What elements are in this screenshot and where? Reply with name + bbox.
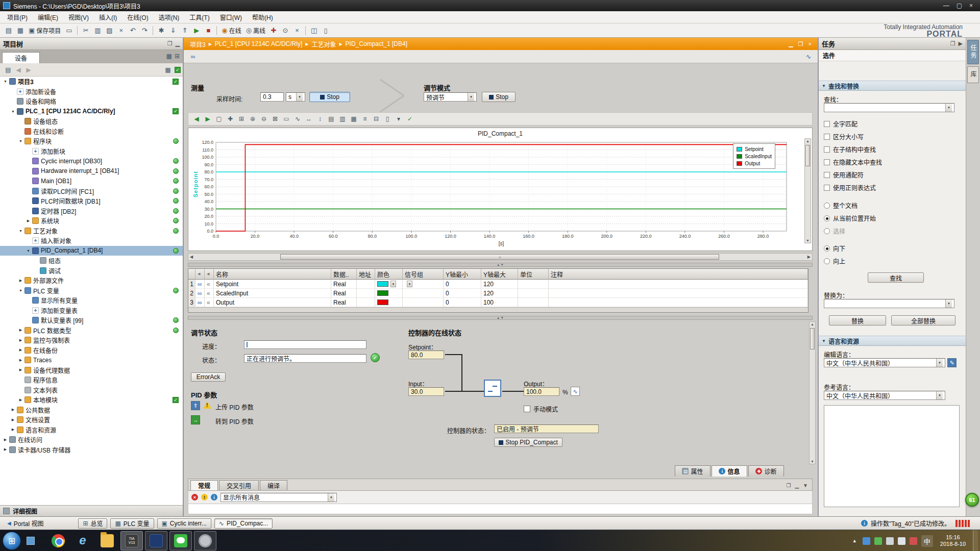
color-swatch[interactable] [377, 290, 388, 296]
split-vertical-icon[interactable]: ▯ [320, 25, 331, 36]
tree-item-26[interactable]: ▶监控与强制表 [0, 335, 183, 345]
select-icon[interactable]: ▢ [214, 114, 224, 124]
errors-filter-icon[interactable]: × [191, 494, 198, 500]
table-row[interactable]: 1∞«SetpointReal▼▼0120 [188, 280, 808, 289]
cell[interactable]: ▼ [403, 280, 444, 289]
cell[interactable] [549, 298, 808, 307]
tasks-collapse-icon[interactable]: ▶ [959, 40, 963, 47]
expand-icon[interactable]: ▾ [394, 114, 404, 124]
portal-task-cyclic[interactable]: ▣Cyclic interr... [157, 518, 211, 529]
form-vertical-scrollbar[interactable] [809, 321, 816, 464]
compile-icon[interactable]: ✱ [156, 25, 167, 36]
cell[interactable] [403, 289, 444, 298]
cell[interactable] [549, 280, 808, 289]
tree-grid-icon[interactable]: ▦ [166, 53, 172, 60]
open-project-icon[interactable]: ▦ [15, 25, 26, 36]
nav-back-icon[interactable]: ◀ [191, 114, 202, 124]
color-swatch[interactable] [377, 281, 388, 287]
expander-icon[interactable]: ▶ [17, 348, 24, 352]
tree-item-6[interactable]: ▼程序块 [0, 136, 183, 146]
checkbox-icon[interactable] [824, 159, 830, 165]
expander-icon[interactable]: ▼ [10, 110, 16, 113]
expander-icon[interactable]: ▶ [25, 219, 32, 223]
cell[interactable]: Output [214, 298, 331, 307]
tree-item-30[interactable]: 程序信息 [0, 375, 183, 385]
tray-flag-icon[interactable] [910, 537, 917, 545]
tree-item-5[interactable]: 在线和诊断 [0, 127, 183, 137]
tree-item-37[interactable]: ▶读卡器/USB 存储器 [0, 445, 183, 455]
stop-pid-button[interactable]: Stop PID_Compact [494, 438, 562, 447]
output-trend-icon[interactable]: ∿ [571, 387, 580, 396]
tree-item-15[interactable]: ▼工艺对象 [0, 226, 183, 236]
tree-item-14[interactable]: ▶系统块 [0, 216, 183, 226]
curve-icon[interactable]: ∿ [292, 114, 303, 124]
replace-all-button[interactable]: 全部替换 [891, 315, 955, 325]
menu-item-7[interactable]: 窗口(W) [215, 11, 247, 23]
tree-item-24[interactable]: 默认变量表 [99] [0, 315, 183, 325]
go-online-button[interactable]: ◉在线 [219, 25, 243, 36]
tree-item-23[interactable]: +添加新变量表 [0, 306, 183, 316]
find-option-0[interactable]: 全字匹配 [824, 117, 882, 130]
editor-float-icon[interactable]: ❐ [798, 41, 803, 47]
column-header[interactable]: 名称 [214, 269, 331, 280]
split-horizontal-icon[interactable]: ◫ [308, 25, 320, 36]
tuning-mode-select[interactable]: 预调节 [424, 92, 477, 102]
checkbox-icon[interactable] [824, 121, 830, 127]
upload-icon[interactable]: ⇑ [179, 25, 190, 36]
sampling-unit-select[interactable]: s [286, 92, 305, 102]
tree-item-9[interactable]: Hardware interrupt_1 [OB41] [0, 166, 183, 177]
copy-icon[interactable]: ▥ [92, 25, 103, 36]
breadcrumb-item-2[interactable]: 工艺对象 [309, 40, 338, 48]
radio-icon[interactable] [824, 215, 830, 221]
tree-forward-icon[interactable]: ▶ [23, 65, 34, 75]
cell[interactable]: 0 [444, 289, 481, 298]
reference-language-arrow-icon[interactable] [936, 391, 943, 399]
tree-item-28[interactable]: ▶Traces [0, 355, 183, 365]
tree-item-22[interactable]: 显示所有变量 [0, 295, 183, 306]
console-tab-2[interactable]: 编译 [260, 480, 287, 490]
column-header[interactable]: 地址 [357, 269, 375, 280]
chrome-icon[interactable] [47, 531, 69, 550]
tray-network-icon[interactable] [898, 537, 905, 545]
expander-icon[interactable]: ▼ [25, 249, 32, 253]
portal-task-plc-tags[interactable]: ▦PLC 变量 [110, 518, 154, 529]
tuning-mode-arrow-icon[interactable] [468, 93, 474, 101]
cell[interactable] [375, 298, 403, 307]
breadcrumb-item-1[interactable]: PLC_1 [CPU 1214C AC/DC/Rly] [213, 40, 304, 47]
expander-icon[interactable]: ▶ [17, 338, 24, 342]
chart-vertical-scrollbar[interactable] [804, 138, 811, 243]
desktop-badge[interactable]: 61 [965, 493, 979, 507]
redo-icon[interactable]: ↷ [139, 25, 150, 36]
quick-launch-icon[interactable] [27, 537, 35, 545]
console-minimize-icon[interactable]: ▁ [795, 483, 799, 488]
tree-item-2[interactable]: 设备和网络 [0, 96, 183, 107]
checkbox-icon[interactable] [824, 172, 830, 178]
details-view-bar[interactable]: 详细视图 [0, 505, 183, 516]
expander-icon[interactable]: ▼ [17, 289, 24, 292]
language-settings-icon[interactable]: ✎ [947, 358, 957, 367]
tree-item-12[interactable]: PLC时间数据块 [DB1] [0, 196, 183, 206]
diagnostics-icon[interactable]: ✚ [268, 25, 279, 36]
reference-language-select[interactable]: 中文（中华人民共和国） [824, 391, 945, 400]
snapshot-icon[interactable]: ∿ [803, 52, 814, 62]
cell[interactable]: 0 [444, 298, 481, 307]
radio-icon[interactable] [824, 203, 830, 209]
column-header[interactable]: 注释 [549, 269, 808, 280]
manual-mode-checkbox[interactable] [524, 406, 530, 412]
tree-item-8[interactable]: Cyclic interrupt [OB30] [0, 156, 183, 166]
cell[interactable]: 120 [481, 280, 518, 289]
side-tab-0[interactable]: 任务 [967, 40, 979, 64]
zoom-select-icon[interactable]: ⊞ [236, 114, 247, 124]
expander-icon[interactable]: ▶ [10, 428, 16, 432]
goto-pid-params-label[interactable]: 转到 PID 参数 [215, 417, 254, 425]
tree-back-icon[interactable]: ◀ [13, 65, 23, 75]
tree-item-27[interactable]: ▶在线备份 [0, 345, 183, 356]
tree-item-19[interactable]: 调试 [0, 266, 183, 276]
menu-item-8[interactable]: 帮助(H) [247, 11, 278, 23]
tray-show-hidden-icon[interactable]: ▲ [851, 537, 859, 545]
checkbox-icon[interactable] [824, 146, 830, 153]
message-filter-select[interactable]: 显示所有消息 [220, 493, 337, 502]
portal-view-button[interactable]: ◀ Portal 视图 [3, 518, 47, 529]
close-all-icon[interactable]: × [291, 25, 303, 36]
direction-option-1[interactable]: 向上 [824, 255, 845, 267]
